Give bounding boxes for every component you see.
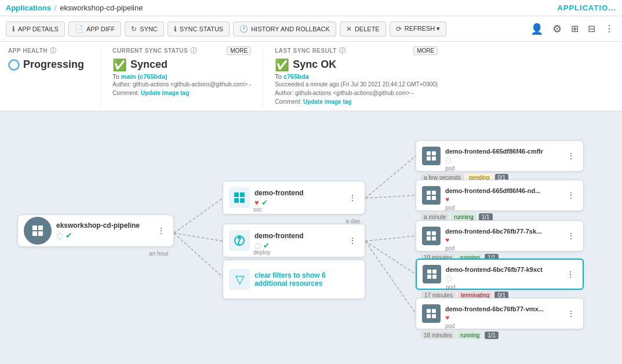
graph-canvas: eksworkshop-cd-pipeline ◌ ✔ ⋮ an hour de…	[0, 111, 622, 364]
toolbar-right-icons: 👤 ⚙ ⊞ ⊟ ⋮	[528, 20, 616, 38]
pod3-badges: ♥	[445, 236, 560, 244]
pod2-badges: ♥	[445, 195, 560, 203]
grid-icon[interactable]: ⊞	[569, 21, 581, 37]
history-rollback-button[interactable]: 🕐 HISTORY AND ROLLBACK	[233, 21, 336, 37]
deploy-node-menu[interactable]: ⋮	[346, 235, 359, 246]
svg-line-6	[365, 241, 416, 274]
sync-branch-link[interactable]: main (c765bda)	[121, 73, 168, 80]
filter-node[interactable]: ▽ clear filters to show 6 additional res…	[223, 260, 365, 299]
person-icon[interactable]: 👤	[528, 20, 545, 38]
top-nav-right-label: APPLICATIO...	[557, 3, 616, 12]
svg-rect-29	[427, 270, 431, 274]
deploy-node-icon	[229, 230, 250, 251]
health-info-icon[interactable]: ⓘ	[50, 46, 57, 55]
svg-rect-14	[234, 198, 239, 203]
pod3-name: demo-frontend-6bc76fb77-7sk...	[445, 228, 544, 235]
svg-rect-31	[427, 275, 431, 279]
pod2-type-label: pod	[445, 205, 455, 211]
pod3-menu[interactable]: ⋮	[565, 230, 577, 242]
delete-label: DELETE	[355, 26, 380, 32]
refresh-button[interactable]: ⟳ REFRESH ▾	[390, 21, 447, 37]
top-nav: Applications / eksworkshop-cd-pipeline A…	[0, 0, 622, 16]
network-icon[interactable]: ⊟	[585, 21, 598, 37]
sync-status-value: Synced	[130, 59, 168, 71]
svg-rect-27	[427, 236, 431, 241]
history-label: HISTORY AND ROLLBACK	[251, 26, 330, 32]
svg-rect-10	[32, 231, 37, 236]
sync-status-icon: ℹ	[174, 25, 177, 33]
last-sync-info-icon[interactable]: ⓘ	[339, 46, 346, 55]
filter-node-text[interactable]: clear filters to show 6 additional resou…	[254, 271, 359, 287]
pod4-content: demo-frontend-6bc76fb77-k9xct ◌	[446, 266, 559, 282]
sync-to-row: To main (c765bda)	[112, 73, 251, 80]
svg-line-2	[174, 233, 223, 277]
last-sync-label: LAST SYNC RESULT ⓘ	[275, 46, 345, 55]
pod5-menu[interactable]: ⋮	[565, 308, 577, 319]
root-spinner-icon: ◌	[56, 231, 63, 240]
health-progress-icon	[8, 59, 20, 71]
pod5-heart-icon: ♥	[445, 314, 449, 322]
hierarchy-icon[interactable]: ⚙	[550, 20, 564, 38]
svg-line-0	[174, 198, 223, 233]
app-details-button[interactable]: ℹ APP DETAILS	[6, 21, 65, 37]
pod1-name: demo-frontend-665df86f46-cmflr	[445, 148, 544, 155]
pod2-name: demo-frontend-665df86f46-nd...	[445, 187, 544, 194]
sync-button[interactable]: ↻ SYNC	[125, 21, 164, 37]
pod2-heart-icon: ♥	[445, 195, 449, 203]
pod-node-3[interactable]: demo-frontend-6bc76fb77-7sk... ♥ ⋮ 19 mi…	[416, 220, 584, 252]
sync-more-button[interactable]: MORE	[227, 46, 251, 55]
svg-rect-24	[432, 196, 436, 200]
pod5-count: 1/1	[485, 332, 499, 339]
app-diff-button[interactable]: 📄 APP DIFF	[68, 21, 121, 37]
root-node[interactable]: eksworkshop-cd-pipeline ◌ ✔ ⋮ an hour	[17, 214, 174, 247]
delete-button[interactable]: ✕ DELETE	[340, 21, 386, 37]
svg-line-3	[365, 156, 416, 198]
svg-rect-21	[427, 191, 431, 195]
root-node-title: eksworkshop-cd-pipeline	[56, 221, 150, 230]
pod-node-4[interactable]: demo-frontend-6bc76fb77-k9xct ◌ ⋮ 17 min…	[416, 259, 584, 290]
svg-rect-23	[427, 196, 431, 200]
svc-node-icon	[229, 187, 250, 208]
deploy-node-title: demo-frontend	[254, 232, 341, 240]
sync-header-row: CURRENT SYNC STATUS ⓘ MORE	[112, 46, 251, 59]
more-icon[interactable]: ⋮	[602, 21, 616, 37]
svc-node-menu[interactable]: ⋮	[346, 192, 359, 203]
deploy-node[interactable]: demo-frontend ◌ ✔ ⋮ a day rev:4 deploy	[223, 224, 365, 257]
svg-rect-34	[432, 309, 436, 313]
svg-rect-18	[432, 151, 436, 155]
pod4-type-label: pod	[446, 284, 456, 290]
pod5-time: 18 minutes	[421, 332, 455, 339]
pod1-menu[interactable]: ⋮	[565, 150, 577, 162]
refresh-icon: ⟳	[396, 25, 402, 33]
last-sync-commit-link[interactable]: c765bda	[283, 73, 309, 80]
svg-rect-12	[234, 192, 239, 197]
breadcrumb-applications[interactable]: Applications	[6, 3, 51, 12]
root-node-content: eksworkshop-cd-pipeline ◌ ✔	[56, 221, 150, 240]
root-node-menu[interactable]: ⋮	[155, 225, 168, 236]
health-value: Progressing	[23, 59, 84, 71]
pod4-menu[interactable]: ⋮	[564, 268, 577, 280]
pod1-badges: ◌	[445, 156, 560, 164]
root-node-time: an hour	[149, 250, 169, 257]
root-node-badges: ◌ ✔	[56, 231, 150, 240]
last-sync-more-button[interactable]: MORE	[413, 46, 438, 55]
last-sync-value: Sync OK	[293, 59, 336, 71]
sync-status-button[interactable]: ℹ SYNC STATUS	[168, 21, 230, 37]
svc-node[interactable]: demo-frontend ♥ ✔ ⋮ a day svc	[223, 181, 365, 214]
pod5-badges: ♥	[445, 314, 560, 322]
root-check-icon: ✔	[66, 231, 72, 240]
pod5-labels: 18 minutes running 1/1	[421, 332, 499, 339]
pod-node-2[interactable]: demo-frontend-665df86f46-nd... ♥ ⋮ a min…	[416, 180, 584, 211]
filter-node-icon: ▽	[229, 269, 250, 290]
sync-info-icon[interactable]: ⓘ	[190, 46, 197, 55]
pod5-name: demo-frontend-6bc76fb77-vmx...	[445, 305, 544, 312]
pod2-menu[interactable]: ⋮	[565, 190, 577, 201]
pod-node-1[interactable]: demo-frontend-665df86f46-cmflr ◌ ⋮ a few…	[416, 140, 584, 172]
filter-node-content: clear filters to show 6 additional resou…	[254, 271, 359, 287]
pod-node-5[interactable]: demo-frontend-6bc76fb77-vmx... ♥ ⋮ 18 mi…	[416, 298, 584, 329]
svg-rect-17	[427, 151, 431, 155]
svg-line-7	[365, 241, 416, 314]
pod5-content: demo-frontend-6bc76fb77-vmx... ♥	[445, 305, 560, 322]
svc-node-content: demo-frontend ♥ ✔	[254, 189, 341, 207]
last-sync-header-row: LAST SYNC RESULT ⓘ MORE	[275, 46, 438, 59]
